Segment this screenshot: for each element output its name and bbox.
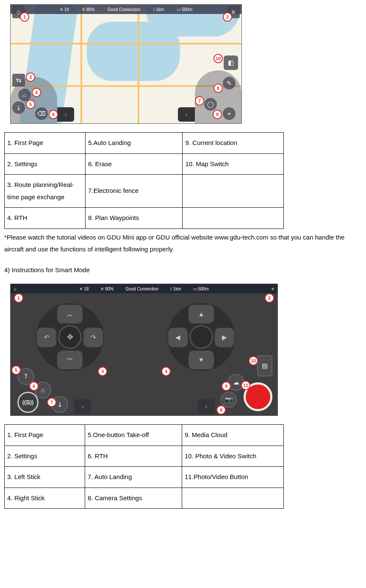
fence-button[interactable]: ◯ — [204, 98, 217, 111]
left-stick[interactable]: ︽ ︾ ↶ ↷ ✥ — [36, 303, 104, 371]
footnote-text: *Please watch the tutorial videos on GDU… — [4, 231, 362, 256]
callout-6: 6 — [49, 110, 58, 119]
table-row: 2. Settings 6. Erase 10. Map Switch — [5, 153, 284, 175]
stick-left[interactable]: ◀ — [168, 328, 188, 347]
home-icon[interactable]: ⌂ — [14, 285, 17, 293]
waypoint-button[interactable]: ✎ — [223, 77, 236, 89]
status-bar: ✕ 18 ✕ 80% Good Connection ⟟ 1km ▭ 500m — [11, 5, 241, 14]
stick-hub — [191, 326, 212, 348]
callout-10: 10 — [249, 356, 258, 365]
callout-2: 2 — [265, 293, 274, 303]
cell: 6. Erase — [85, 153, 182, 175]
battery-icon: ✕ 80% — [82, 6, 95, 14]
sat-value: 18 — [64, 7, 69, 12]
figure-map: ✕ 18 ✕ 80% Good Connection ⟟ 1km ▭ 500m … — [10, 4, 242, 124]
callout-7: 7 — [195, 96, 204, 106]
auto-landing-button[interactable]: ⤓ — [12, 101, 25, 114]
cell: 5.Auto Landing — [85, 133, 182, 154]
road — [80, 5, 82, 123]
cell: 3. Route planning/Real-time page exchang… — [5, 175, 86, 208]
cell: 3. Left Stick — [5, 467, 85, 488]
section-heading: 4) Instructions for Smart Mode — [4, 264, 362, 276]
callout-7: 7 — [47, 398, 56, 407]
road — [138, 5, 139, 123]
cell: 7.Electronic fence — [85, 175, 182, 208]
connection-status: Good Connection — [108, 6, 141, 14]
road — [11, 43, 241, 45]
table-row: 1. First Page 5.Auto Landing 9. Current … — [5, 133, 284, 154]
cell — [183, 208, 284, 229]
table-row: 3. Left Stick 7. Auto Landing 11.Photo/V… — [5, 467, 284, 488]
callout-3: 3 — [26, 72, 35, 82]
cell: 1. First Page — [5, 425, 85, 446]
stick-up[interactable]: ▲ — [189, 305, 214, 323]
status-bar: ⌂ ✕ 18 ✕ 80% Good Connection ⟟ 1km ▭ 500… — [11, 284, 277, 293]
figure-smart-mode: ⌂ ✕ 18 ✕ 80% Good Connection ⟟ 1km ▭ 500… — [10, 284, 278, 416]
s-label: S — [26, 396, 30, 409]
stick-up[interactable]: ︽ — [57, 305, 83, 323]
table-row: 2. Settings 6. RTH 10. Photo & Video Swi… — [5, 446, 284, 467]
expand-left-button[interactable]: › — [57, 107, 74, 122]
stick-right[interactable]: ↷ — [83, 328, 103, 347]
cell: 4. Right Stick — [5, 488, 85, 509]
stick-left[interactable]: ↶ — [37, 328, 56, 347]
cell: 4. RTH — [5, 208, 86, 229]
cell — [183, 175, 284, 208]
stick-down[interactable]: ▼ — [189, 351, 214, 369]
height-icon: ▭ 500m — [177, 6, 192, 14]
dist-value: 1km — [156, 7, 164, 12]
erase-button[interactable]: ⌫ — [35, 107, 48, 120]
callout-5: 5 — [11, 365, 21, 375]
batt-readout: ✕ 80% — [100, 285, 114, 293]
dist-readout: ⟟ 1km — [170, 285, 181, 293]
page-exchange-button[interactable]: ⇆ — [12, 74, 25, 86]
height-value: 500m — [198, 287, 209, 291]
cell: 7. Auto Landing — [85, 467, 182, 488]
cell: 2. Settings — [5, 153, 86, 175]
cell: 6. RTH — [85, 446, 182, 467]
callout-2: 2 — [223, 12, 232, 22]
batt-value: 80% — [105, 287, 114, 291]
cell: 2. Settings — [5, 446, 85, 467]
smart-mode-button[interactable]: ((S)) — [17, 392, 39, 413]
callout-10: 10 — [214, 54, 223, 63]
stick-down[interactable]: ︾ — [57, 351, 83, 369]
distance-icon: ⟟ 1km — [153, 6, 164, 14]
cell: 1. First Page — [5, 133, 86, 154]
callout-5: 5 — [26, 100, 35, 109]
cell: 10. Photo & Video Switch — [182, 446, 284, 467]
right-stick[interactable]: ▲ ▼ ◀ ▶ — [167, 303, 235, 371]
location-button[interactable]: ⌖ — [223, 107, 236, 120]
sat-readout: ✕ 18 — [79, 285, 89, 293]
expand-right-button[interactable]: ‹ — [178, 107, 195, 122]
map-switch-button[interactable]: ◧ — [224, 56, 238, 70]
callout-8: 8 — [214, 84, 223, 93]
expand-left-button[interactable]: › — [74, 399, 91, 414]
cell: 5.One-button Take-off — [85, 425, 182, 446]
callout-6: 6 — [29, 382, 39, 391]
batt-value: 80% — [86, 7, 95, 12]
table-row: 4. RTH 8. Plan Waypoints — [5, 208, 284, 229]
cell: 8. Plan Waypoints — [85, 208, 182, 229]
cell: 10. Map Switch — [183, 153, 284, 175]
menu-icon[interactable]: ≡ — [272, 285, 274, 293]
height-readout: ▭ 500m — [193, 285, 209, 293]
callout-8: 8 — [216, 405, 226, 415]
expand-right-button[interactable]: ‹ — [198, 399, 215, 414]
callout-9: 9 — [222, 382, 231, 391]
cell: 8. Camera Settings — [85, 488, 182, 509]
sat-value: 18 — [84, 287, 89, 291]
table-row: 3. Route planning/Real-time page exchang… — [5, 175, 284, 208]
cell: 9. Media Cloud — [182, 425, 284, 446]
callout-1: 1 — [20, 12, 29, 22]
photo-video-switch[interactable]: ▤ — [257, 355, 272, 376]
callout-11: 11 — [241, 381, 250, 390]
stick-right[interactable]: ▶ — [215, 328, 234, 347]
cell: 11.Photo/Video Button — [182, 467, 284, 488]
callout-1: 1 — [14, 293, 23, 303]
callout-3: 3 — [98, 367, 107, 376]
cell — [182, 488, 284, 509]
table-row: 1. First Page 5.One-button Take-off 9. M… — [5, 425, 284, 446]
sat-icon: ✕ 18 — [60, 6, 69, 14]
cell: 9. Current location — [183, 133, 284, 154]
